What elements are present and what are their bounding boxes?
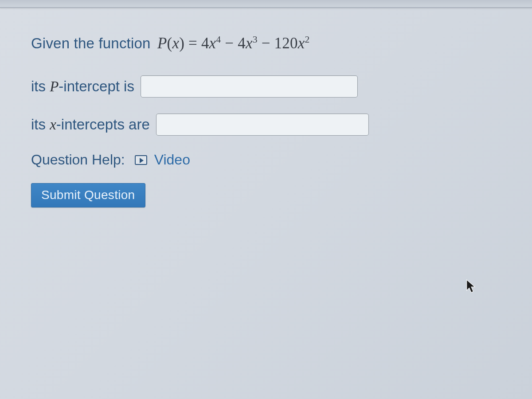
x-intercepts-label: its x-intercepts are xyxy=(31,116,150,133)
window-top-bar xyxy=(0,0,532,8)
question-help-row: Question Help: Video xyxy=(31,152,505,168)
submit-question-button[interactable]: Submit Question xyxy=(31,183,145,207)
p-intercept-input[interactable] xyxy=(141,75,358,98)
video-link[interactable]: Video xyxy=(154,152,190,168)
function-expression: P(x) = 4x4 − 4x3 − 120x2 xyxy=(155,35,310,52)
question-content: Given the function P(x) = 4x4 − 4x3 − 12… xyxy=(0,8,532,225)
x-intercepts-input[interactable] xyxy=(156,113,369,136)
p-intercept-row: its P-intercept is xyxy=(31,75,505,98)
question-help-label: Question Help: xyxy=(31,152,125,168)
p-intercept-label: its P-intercept is xyxy=(31,78,134,95)
x-intercepts-row: its x-intercepts are xyxy=(31,113,505,136)
question-prompt: Given the function P(x) = 4x4 − 4x3 − 12… xyxy=(31,35,505,52)
prompt-prefix: Given the function xyxy=(31,35,155,51)
video-icon xyxy=(135,155,147,165)
